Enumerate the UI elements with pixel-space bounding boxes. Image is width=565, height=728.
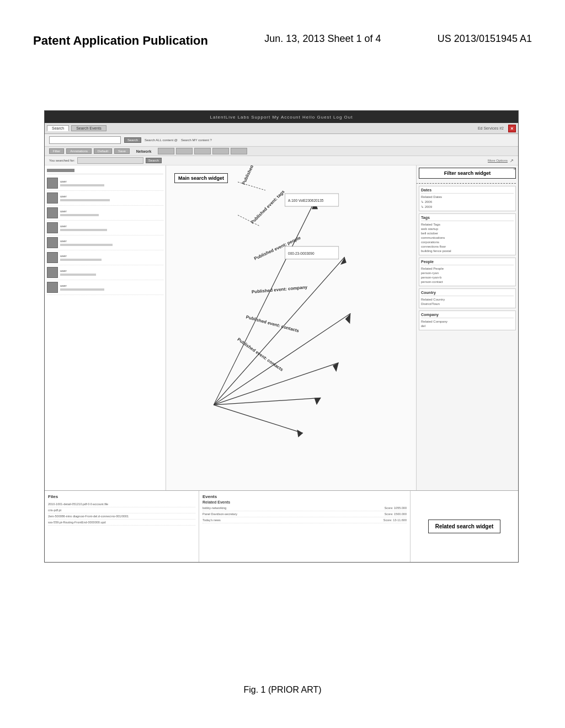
result-username-1: user [60,180,104,183]
avatar [47,282,58,293]
filter-person-2[interactable]: person-ryan-b [421,275,514,280]
filter-tag-3[interactable]: communications [421,235,514,240]
avatar [47,178,58,189]
event-score-1: Score: 1055.000 [385,506,407,510]
filter-person-3[interactable]: person-contact [421,280,514,284]
result-username-7: user [60,269,96,272]
bottom-panels: Files 2010-1001-detail-051210.pdf·0·0·ac… [45,490,518,562]
network-btn-1[interactable] [158,148,174,154]
svg-marker-9 [333,363,339,372]
search-all-link[interactable]: Search ALL content @ [145,138,178,142]
list-item: user [47,250,163,265]
filter-section-company: Company Related Company del [419,311,516,330]
filter-tags-related: Related Tags [421,222,514,227]
sort-tabs [47,169,74,172]
filter-person-1[interactable]: person-ryan [421,271,514,275]
patent-date-sheet: Jun. 13, 2013 Sheet 1 of 4 [264,33,381,45]
tab-search-events[interactable]: Search Events [71,125,106,131]
avatar [47,237,58,248]
search-term-display [77,157,143,164]
close-icon[interactable]: × [508,125,516,132]
diagram-svg: A:100 VolE230620135 000-23-0003090 [166,165,416,504]
network-btn-5[interactable] [231,148,247,154]
list-item: user [47,265,163,280]
list-item: user [47,280,163,295]
result-detail-4 [60,229,107,231]
filter-people-related: Related People [421,266,514,271]
page-header: Patent Application Publication Jun. 13, … [33,33,532,49]
svg-marker-11 [297,430,303,437]
file-item-1: 2010-1001-detail-051210.pdf·0·0·account.… [48,501,195,507]
list-item: user [47,206,163,221]
diagram-tabbar[interactable]: Search Search Events Ed Services #2 × [45,123,518,134]
page-container: Patent Application Publication Jun. 13, … [0,0,565,728]
center-panel: Main search widget [166,165,416,504]
filter-company-del[interactable]: del [421,324,514,328]
result-detail-8 [60,288,104,291]
event-score-3: Score: 13-11.600 [383,518,407,522]
network-label: Network [136,149,152,153]
diagram-topbar: LatentLive Labs Support My Account Hello… [45,111,518,123]
result-detail-3 [60,214,99,216]
event-label-contacts-1: Published event: contacts [246,314,300,333]
svg-line-4 [214,398,321,405]
figure-caption: Fig. 1 (PRIOR ART) [0,685,565,695]
filter-dates-2009[interactable]: ↳ 2009 [421,204,514,209]
filter-dates-related: Related Dates [421,195,514,199]
file-item-2: cris-pdf.pt [48,507,195,513]
list-item: user [47,176,163,191]
default-button[interactable]: Default [94,148,112,154]
svg-marker-6 [312,201,318,209]
network-btn-2[interactable] [176,148,193,154]
result-username-8: user [60,284,104,287]
result-detail-6 [60,259,102,261]
filter-country-town[interactable]: District/Town [421,302,514,306]
right-filter-panel: Filter search widget Dates × Related Dat… [416,165,518,504]
result-username-6: user [60,254,102,258]
filter-button[interactable]: Filter [49,148,64,154]
filter-search-widget-label: Filter search widget [419,168,516,179]
events-title: Events [202,494,407,499]
filter-tag-5[interactable]: connections floor [421,244,514,249]
result-username-5: user [60,239,113,243]
patent-title: Patent Application Publication [33,33,208,49]
filter-section-dates: Dates × Related Dates ↳ 2006 ↳ 2009 [419,186,516,211]
svg-line-0 [214,201,315,405]
diagram-content: user user user [45,165,518,504]
event-label-tags: Published event: tags [250,189,286,225]
result-username-3: user [60,210,99,213]
network-btn-3[interactable] [194,148,211,154]
more-options-link[interactable]: More Options [488,159,508,162]
filter-tag-1[interactable]: web startup [421,227,514,231]
related-events-subtitle: Related Events [202,500,407,504]
search-term-btn[interactable]: Search [146,158,162,163]
filter-tag-6[interactable]: building fence postal [421,249,514,253]
svg-rect-14 [285,247,339,259]
event-row-3: Today's news Score: 13-11.600 [202,517,407,523]
event-label-date: Published event: date [241,165,265,185]
annotations-button[interactable]: Annotations [66,148,92,154]
network-btn-4[interactable] [212,148,229,154]
search-button[interactable]: Search [124,137,141,143]
network-buttons [158,148,247,154]
save-button[interactable]: Save [114,148,130,154]
result-detail-2 [60,199,110,201]
topbar-text: LatentLive Labs Support My Account Hello… [210,115,353,120]
event-label-company: Published event: company [252,285,308,295]
filter-tag-4[interactable]: corporations [421,240,514,244]
search-input[interactable] [49,136,121,144]
annotation-lines-svg [166,165,416,504]
search-my-link[interactable]: Search MY content ? [181,138,212,142]
filter-company-related: Related Company [421,319,514,324]
filter-country-title: Country [421,291,514,296]
event-row-1: bobby-networking Score: 1055.000 [202,505,407,511]
filter-section-country: Country Related Country District/Town [419,288,516,308]
event-label-contacts-2: Published event: contacts [236,337,284,372]
dates-close-icon[interactable]: × [513,167,516,172]
filter-dates-2006[interactable]: ↳ 2006 [421,199,514,204]
event-label-people: Published event: people [253,235,301,261]
event-name-3: Today's news [202,518,221,522]
filter-tag-2[interactable]: bell october [421,231,514,235]
result-username-4: user [60,224,107,228]
tab-search[interactable]: Search [47,125,69,131]
